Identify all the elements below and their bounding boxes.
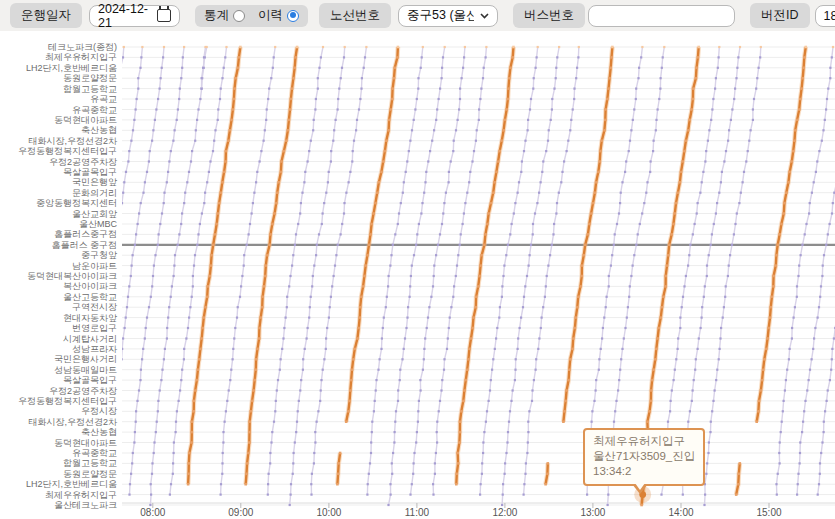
stop-marker [119,212,121,214]
stop-marker [646,420,649,423]
stop-marker [441,379,443,381]
time-distance-diagram[interactable]: 테크노파크(종점)최제우유허지입구LH2단지,호반베르디움동원로얄정문함월고등학… [0,0,835,519]
stop-marker [142,348,144,350]
stop-marker [232,348,234,350]
stop-marker [714,88,716,90]
stop-marker [255,368,258,371]
stop-marker [708,129,710,131]
stop-marker [738,473,741,476]
stop-marker [273,212,276,215]
stop-marker [442,56,444,58]
stop-marker [191,296,193,298]
stop-marker [355,129,357,131]
stop-marker [635,88,637,90]
stop-marker [812,348,814,350]
stop-marker [818,150,820,152]
radio-label-history: 이력 [258,7,283,24]
stop-marker [809,202,811,204]
radio-stats[interactable] [233,10,245,22]
stop-marker [384,150,387,153]
stop-marker [466,192,468,194]
stop-marker [274,46,276,48]
stop-marker [170,296,172,298]
stop-marker [576,67,578,69]
station-label: 울산교회앞 [72,209,117,219]
stop-marker [387,504,389,506]
stop-marker [696,212,698,214]
stop-marker [391,98,394,101]
stop-marker [258,327,261,330]
stop-marker [372,212,375,215]
stop-marker [361,77,363,79]
stop-marker [737,483,740,486]
stop-marker [694,369,696,371]
stop-marker [692,389,694,391]
station-label: 축산농협 [81,427,117,437]
stop-marker [366,254,369,257]
calendar-icon[interactable] [157,9,171,22]
stop-marker [779,462,781,464]
stop-marker [565,389,568,392]
stop-marker [117,223,119,225]
stop-marker [480,254,483,257]
stop-marker [243,265,245,267]
stop-marker [760,389,763,392]
stop-marker [405,171,407,173]
stop-marker [546,275,548,277]
stop-marker [469,171,471,173]
station-label: 현대자동차앞 [63,313,117,323]
stop-marker [670,400,672,402]
stop-marker [734,88,736,90]
stop-marker [683,150,686,153]
stop-marker [685,139,688,142]
stop-marker [267,483,269,485]
stop-marker [222,431,224,433]
stop-marker [217,212,220,215]
stop-marker [604,119,607,122]
stop-marker [796,494,798,496]
stop-marker [391,462,393,464]
stop-marker [620,192,622,194]
stop-marker [818,306,820,308]
stop-marker [457,254,459,256]
stop-marker [295,431,297,433]
station-label: 테크노파크(종점) [48,42,117,52]
stop-marker [801,431,803,433]
stop-marker [805,46,808,49]
stop-marker [124,327,126,329]
stop-marker [237,306,239,308]
stop-marker [230,119,233,122]
stop-marker [285,139,288,142]
stop-marker [276,389,278,391]
stop-marker [742,181,744,183]
stop-marker [778,452,780,454]
stop-marker [478,275,481,278]
stop-marker [707,140,709,142]
stop-marker [310,494,312,496]
stop-marker [317,77,319,79]
stop-marker [405,327,407,329]
stop-marker [290,494,292,496]
stop-marker [241,275,243,277]
stop-marker [813,337,815,339]
bus-number-input[interactable] [597,8,726,24]
route-select[interactable]: 중구53 (울산테크 [398,5,498,27]
stop-marker [708,254,710,256]
stop-marker [791,337,793,339]
operation-date-label: 운행일자 [10,3,82,28]
stop-marker [321,223,323,225]
version-select[interactable]: 1897 [815,5,835,27]
stop-marker [701,181,703,183]
stop-marker [526,452,528,454]
stop-marker [322,212,324,214]
stop-marker [157,400,159,402]
stop-marker [572,108,574,110]
radio-history[interactable] [287,10,299,22]
stop-marker [528,265,530,267]
stop-marker [278,181,281,184]
stop-marker [493,181,496,184]
stop-marker [246,462,249,465]
stop-marker [396,56,399,59]
date-input[interactable]: 2024-12-21 [89,5,180,27]
stop-marker [798,265,800,267]
